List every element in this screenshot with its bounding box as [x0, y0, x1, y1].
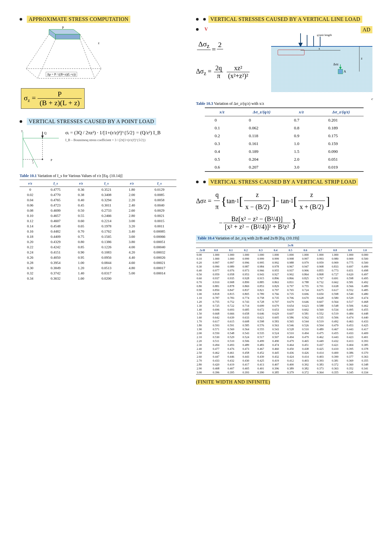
table-row: 2.000.5500.5480.5430.5350.5240.5100.4940… — [196, 331, 372, 335]
svg-text:Q: Q — [44, 131, 47, 135]
bullet-icon — [196, 28, 199, 31]
svg-rect-30 — [338, 69, 343, 74]
table-row: 1.400.6960.6930.6850.6720.6530.6300.6020… — [196, 308, 372, 312]
section-strip-title: VERTICAL STRESS CAUSED BY A VERTICAL STR… — [208, 178, 358, 186]
note-c: c — [371, 97, 373, 101]
table-row: 2.400.4770.4760.4730.4670.4600.4500.4380… — [196, 347, 372, 351]
bullet-icon — [20, 18, 22, 21]
table-row: 0.001.0001.0001.0001.0001.0001.0001.0001… — [196, 253, 372, 257]
table-row: 0.340.36321.600.0200 — [20, 276, 176, 281]
section-approx-title: APPROXIMATE STRESS COMPUTATION — [27, 16, 130, 23]
svg-text:A: A — [344, 70, 346, 73]
point-content: y Q P r σᵢ = (3Q / 2πz²) · 1/[1+(r/z)²]^… — [20, 128, 176, 171]
bullet-icon — [203, 181, 206, 183]
right-column: VERTICAL STRESSES CAUSED BY A VERTICAL L… — [196, 16, 372, 385]
table-row: 0.20.1180.90.175 — [205, 132, 364, 140]
table-row: 0.220.42420.850.12264.000.00040 — [20, 244, 176, 250]
section-strip: VERTICAL STRESS CAUSED BY A VERTICAL STR… — [196, 178, 372, 186]
left-column: APPROXIMATE STRESS COMPUTATION P z Δp = — [20, 16, 176, 281]
table-row: 0.240.41510.900.10834.200.00032 — [20, 250, 176, 255]
check-icon: V — [204, 27, 208, 32]
label-P: P — [62, 26, 64, 29]
table-row: 0.260.40500.950.09564.400.00026 — [20, 255, 176, 260]
table-row: 0.320.37421.400.03175.000.00014 — [20, 270, 176, 276]
table-row: 0.600.9370.9350.9280.9150.8960.8660.8250… — [196, 276, 372, 280]
table103-caption: Table 10.3 Variation of Δσ_z/(q/z) with … — [196, 101, 372, 106]
svg-line-3 — [26, 34, 49, 69]
bullet-icon — [203, 18, 206, 21]
sigma: σ — [24, 94, 28, 102]
svg-point-15 — [42, 159, 43, 160]
table-row: 0.020.47700.380.34082.000.0085 — [20, 192, 176, 197]
bullet-icon — [196, 18, 199, 21]
table-104: 2x/B 2z/B0.00.10.20.30.40.50.60.70.80.91… — [196, 243, 372, 375]
formula-strip: Δσz = qπ { tan-1[zx − (B/2)] − tan-1[zx … — [196, 189, 372, 213]
section-point-title: VERTICAL STRESSES CAUSED BY A POINT LOAD — [27, 118, 156, 125]
svg-marker-26 — [299, 43, 302, 46]
point-formulas: σᵢ = (3Q / 2πz²) · 1/[1+(r/z)²]^{5/2} = … — [62, 128, 176, 171]
svg-text:y: y — [21, 129, 23, 132]
table-row: 1.000.8180.8150.8050.7890.7660.7350.6960… — [196, 292, 372, 296]
table-row: 0.900.8500.8470.8370.8210.7970.7650.7240… — [196, 288, 372, 292]
formula-strip-2: − Bz[x² − z² − (B²/4)] [x² + z² − (B²/4)… — [219, 215, 372, 231]
label-qunit: q/unit length — [317, 33, 332, 37]
table-row: 0.280.39541.000.08444.600.00021 — [20, 260, 176, 265]
table-row: 0.300.38491.200.05134.800.00017 — [20, 265, 176, 270]
section-point: VERTICAL STRESSES CAUSED BY A POINT LOAD — [20, 118, 176, 125]
table-row: 00.47750.360.35211.800.0129 — [20, 187, 176, 192]
svg-line-6 — [80, 39, 95, 78]
table-row: 2.800.4200.4190.4170.4130.4070.4000.3920… — [196, 363, 372, 367]
table-row: 0.50.2042.00.051 — [205, 155, 364, 163]
table-row: 000.70.201 — [205, 116, 364, 124]
label-dp: Δp = P / ((B+z)(L+z)) — [46, 72, 77, 77]
line-head-row: V AD — [196, 26, 372, 32]
table-row: 1.600.6420.6390.6330.6210.6050.5860.5620… — [196, 316, 372, 319]
table-row: 0.10.0620.80.189 — [205, 124, 364, 132]
table-row: 2.300.4940.4930.4890.4830.4740.4640.4510… — [196, 343, 372, 347]
table-row: 1.300.7250.7220.7140.6990.6790.6540.6230… — [196, 304, 372, 308]
table-row: 0.300.9900.9890.9870.9840.9780.9670.9470… — [196, 265, 372, 269]
table-row: 0.100.46570.550.24662.800.0021 — [20, 213, 176, 218]
table-row: 2.600.4470.4460.4430.4390.4320.4240.4140… — [196, 355, 372, 359]
table-row: 0.700.9100.9080.8990.8850.8630.8310.7880… — [196, 280, 372, 284]
table-row: 0.30.1611.00.159 — [205, 140, 364, 148]
footer-text: (FINITE WIDTH AND INFINITE) — [196, 379, 270, 385]
line-formula-full: Δσz = 2qπ xz²(x²+z²)² — [196, 64, 251, 80]
table-row: 1.800.5930.5910.5850.5760.5630.5460.5260… — [196, 323, 372, 327]
table-row: 1.700.6170.6150.6080.5980.5830.5650.5440… — [196, 319, 372, 323]
table-101: r/zI_sr/zI_sr/zI_s 00.47750.360.35211.80… — [20, 180, 176, 281]
approx-diagram: P z Δp = P / ((B+z)(L+z)) — [20, 26, 105, 85]
fraction: P (B + z)(L + z) — [38, 90, 82, 107]
formula-point-ib: I_B – Boussinesq stress coefficient = 3 … — [65, 138, 176, 142]
table-row: 1.500.6680.6660.6580.6460.6290.6070.5810… — [196, 312, 372, 316]
table-row: 1.900.5710.5690.5640.5550.5430.5280.5100… — [196, 327, 372, 331]
table-row: 0.200.9970.9970.9960.9950.9920.9880.9790… — [196, 261, 372, 265]
svg-text:Δσz: Δσz — [333, 62, 339, 66]
section-line-title: VERTICAL STRESSES CAUSED BY A VERTICAL L… — [208, 16, 362, 23]
table-row: 0.060.47230.450.30112.400.0040 — [20, 203, 176, 208]
line-formula-ratio: Δσz = 2 — [196, 40, 224, 58]
table-103: x/zΔσ_z/(q/z)x/zΔσ_z/(q/z) 000.70.2010.1… — [205, 107, 364, 172]
table-row: 0.500.9590.9580.9530.9430.9270.9020.8640… — [196, 272, 372, 276]
svg-text:P: P — [51, 158, 52, 162]
table104-caption: Table 10.4 Variation of Δσ_z/q with 2z/B… — [196, 235, 372, 241]
line-diagram: Δσz = 2 Δσz = 2qπ xz²(x²+z²)² — [196, 33, 372, 99]
table-row: 0.080.46990.500.27332.600.0029 — [20, 208, 176, 213]
table-row: 0.60.2073.00.019 — [205, 163, 364, 171]
svg-line-4 — [80, 34, 101, 69]
section-line-short: AD — [361, 26, 372, 33]
table-row: 3.000.3960.3950.3930.3900.3850.3790.3720… — [196, 370, 372, 375]
table-row: 1.100.7870.7830.7740.7580.7350.7060.6700… — [196, 296, 372, 300]
table-row: 0.040.47650.400.32942.200.0058 — [20, 197, 176, 203]
table-row: 0.101.0001.0000.9990.9990.9990.9980.9970… — [196, 257, 372, 261]
section-line: VERTICAL STRESSES CAUSED BY A VERTICAL L… — [196, 16, 372, 23]
bullet-icon — [20, 120, 22, 123]
table-row: 0.800.8810.8780.8690.8530.8290.7970.7550… — [196, 284, 372, 288]
label-z: z — [98, 41, 100, 45]
page: APPROXIMATE STRESS COMPUTATION P z Δp = — [0, 0, 392, 554]
table-row: 0.200.43290.800.13863.800.00051 — [20, 239, 176, 244]
table-row: 0.120.46070.600.22143.000.0015 — [20, 218, 176, 223]
table-row: 2.100.5300.5290.5240.5170.5070.4940.4790… — [196, 335, 372, 339]
bullet-icon — [196, 181, 199, 183]
svg-text:x: x — [318, 47, 320, 50]
